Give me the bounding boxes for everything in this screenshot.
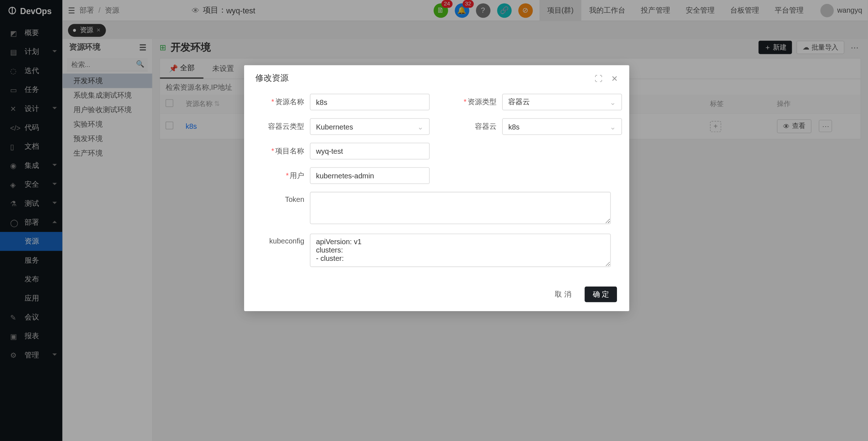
label-container-cloud: 容器云: [452, 118, 502, 132]
input-user[interactable]: [310, 167, 430, 184]
confirm-button[interactable]: 确 定: [585, 287, 617, 302]
select-resource-type[interactable]: 容器云 ⌄: [502, 94, 622, 110]
label-token: Token: [260, 192, 310, 203]
input-project-name[interactable]: [310, 143, 430, 159]
select-container-cloud-type[interactable]: Kubernetes ⌄: [310, 118, 430, 135]
label-resource-name: *资源名称: [260, 94, 310, 107]
cancel-button[interactable]: 取 消: [547, 287, 579, 302]
close-icon[interactable]: ✕: [611, 74, 618, 83]
label-container-cloud-type: 容器云类型: [260, 118, 310, 132]
chevron-down-icon: ⌄: [610, 122, 616, 131]
label-user: *用户: [260, 167, 310, 181]
textarea-token[interactable]: [310, 192, 611, 224]
label-kubeconfig: kubeconfig: [260, 234, 310, 245]
chevron-down-icon: ⌄: [417, 122, 424, 131]
fullscreen-icon[interactable]: ⛶: [595, 74, 603, 83]
select-container-cloud[interactable]: k8s ⌄: [502, 118, 622, 135]
chevron-down-icon: ⌄: [610, 98, 616, 106]
input-resource-name[interactable]: [310, 94, 430, 110]
modal-title: 修改资源: [255, 73, 289, 84]
label-resource-type: *资源类型: [452, 94, 502, 107]
label-project-name: *项目名称: [260, 143, 310, 156]
textarea-kubeconfig[interactable]: [310, 234, 611, 267]
edit-resource-modal: 修改资源 ⛶ ✕ *资源名称 *资源类型 容器云 ⌄ 容器云类型: [244, 65, 629, 311]
